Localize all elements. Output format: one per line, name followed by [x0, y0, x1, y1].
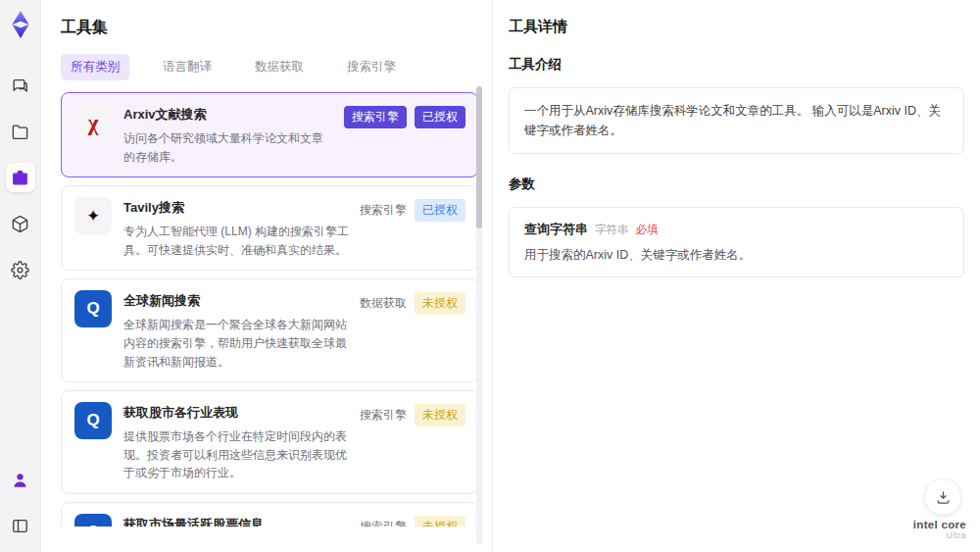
tool-name: Tavily搜索	[123, 199, 350, 217]
tool-icon-tile: Q	[74, 514, 112, 527]
q-icon: Q	[86, 299, 99, 319]
tab-4[interactable]: 搜索引擎	[337, 54, 406, 80]
tool-name: 全球新闻搜索	[123, 292, 350, 310]
tool-desc: 提供股票市场各个行业在特定时间段内的表现。投资者可以利用这些信息来识别表现优于或…	[123, 427, 350, 482]
category-badge: 搜索引擎	[360, 199, 407, 222]
q-icon: Q	[86, 411, 99, 430]
tool-card[interactable]: Q获取股市各行业表现提供股票市场各个行业在特定时间段内的表现。投资者可以利用这些…	[61, 390, 478, 494]
category-badge: 数据获取	[360, 292, 407, 315]
intro-heading: 工具介绍	[509, 56, 964, 74]
q-icon: Q	[86, 523, 99, 527]
category-badge: 搜索引擎	[360, 404, 407, 427]
download-icon	[935, 489, 952, 506]
tool-badges: 数据获取未授权	[360, 290, 466, 371]
param-name: 查询字符串	[524, 221, 588, 238]
scrollbar-thumb[interactable]	[476, 86, 482, 228]
tool-card[interactable]: Q全球新闻搜索全球新闻搜索是一个聚合全球各大新闻网站内容的搜索引擎，帮助用户快速…	[61, 278, 478, 382]
auth-status-badge: 已授权	[415, 106, 466, 128]
tavily-icon: ✦	[86, 208, 100, 225]
folder-icon[interactable]	[6, 117, 35, 146]
auth-status-badge: 未授权	[415, 292, 466, 315]
tool-icon-tile: χ	[74, 104, 112, 141]
tool-icon-tile: Q	[74, 402, 112, 439]
param-required-badge: 必填	[636, 223, 659, 237]
tool-card-main: Tavily搜索专为人工智能代理 (LLM) 构建的搜索引擎工具。可快速提供实时…	[123, 197, 350, 259]
scrollbar[interactable]	[476, 86, 482, 544]
tool-badges: 搜索引擎已授权	[344, 104, 466, 166]
app-window: 工具集 所有类别语言翻译数据获取搜索引擎 χArxiv文献搜索访问各个研究领域大…	[0, 0, 980, 552]
arxiv-icon: χ	[88, 112, 99, 134]
tool-list: χArxiv文献搜索访问各个研究领域大量科学论文和文章的存储库。搜索引擎已授权✦…	[61, 92, 484, 527]
chat-icon[interactable]	[6, 71, 35, 100]
tool-badges: 搜索引擎已授权	[360, 197, 466, 259]
toolbox-icon[interactable]	[6, 163, 35, 192]
tool-badges: 搜索引擎未授权	[360, 402, 466, 482]
auth-status-badge: 已授权	[415, 199, 466, 222]
tool-card[interactable]: ✦Tavily搜索专为人工智能代理 (LLM) 构建的搜索引擎工具。可快速提供实…	[61, 185, 478, 271]
tool-icon-tile: Q	[74, 290, 112, 327]
intel-core-logo: intel core Ultra	[913, 519, 966, 540]
tool-desc: 全球新闻搜索是一个聚合全球各大新闻网站内容的搜索引擎，帮助用户快速获取全球最新资…	[123, 316, 350, 371]
tab-3[interactable]: 数据获取	[245, 54, 314, 80]
param-type: 字符串	[595, 223, 629, 237]
tool-list-panel: 工具集 所有类别语言翻译数据获取搜索引擎 χArxiv文献搜索访问各个研究领域大…	[41, 0, 492, 552]
page-title: 工具集	[61, 18, 484, 38]
settings-icon[interactable]	[6, 255, 35, 284]
icon-rail	[0, 0, 41, 552]
download-button[interactable]	[925, 479, 960, 515]
tool-desc: 访问各个研究领域大量科学论文和文章的存储库。	[123, 129, 334, 166]
intel-ultra-text: Ultra	[913, 531, 966, 540]
tool-name: 获取股市各行业表现	[123, 404, 350, 422]
tab-1[interactable]: 所有类别	[61, 54, 129, 80]
tool-card[interactable]: χArxiv文献搜索访问各个研究领域大量科学论文和文章的存储库。搜索引擎已授权	[61, 92, 478, 177]
tab-2[interactable]: 语言翻译	[153, 54, 221, 80]
cube-icon[interactable]	[6, 209, 35, 238]
auth-status-badge: 未授权	[415, 516, 466, 527]
tool-name: 获取市场最活跃股票信息	[123, 516, 350, 527]
intro-text: 一个用于从Arxiv存储库搜索科学论文和文章的工具。 输入可以是Arxiv ID…	[524, 101, 949, 140]
tool-name: Arxiv文献搜索	[123, 106, 334, 124]
tool-badges: 搜索引擎未授权	[360, 514, 466, 527]
tool-desc: 专为人工智能代理 (LLM) 构建的搜索引擎工具。可快速提供实时、准确和真实的结…	[123, 223, 350, 259]
tool-icon-tile: ✦	[74, 197, 112, 234]
category-badge: 搜索引擎	[344, 106, 407, 128]
params-heading: 参数	[509, 176, 964, 193]
tool-detail-panel: 工具详情 工具介绍 一个用于从Arxiv存储库搜索科学论文和文章的工具。 输入可…	[492, 0, 980, 552]
tool-card-main: 全球新闻搜索全球新闻搜索是一个聚合全球各大新闻网站内容的搜索引擎，帮助用户快速获…	[123, 290, 350, 371]
category-tabs: 所有类别语言翻译数据获取搜索引擎	[61, 54, 484, 80]
tool-card-main: Arxiv文献搜索访问各个研究领域大量科学论文和文章的存储库。	[123, 104, 334, 166]
app-logo-icon	[8, 10, 33, 39]
intel-core-text: intel core	[913, 519, 966, 531]
panel-toggle-icon[interactable]	[6, 511, 35, 540]
auth-status-badge: 未授权	[415, 404, 466, 427]
param-header: 查询字符串 字符串 必填	[524, 221, 949, 238]
tool-card-main: 获取股市各行业表现提供股票市场各个行业在特定时间段内的表现。投资者可以利用这些信…	[123, 402, 350, 482]
detail-title: 工具详情	[509, 18, 964, 36]
tool-card-main: 获取市场最活跃股票信息提供当天交易量最高的股票列表，投资者可以利用这些信息来识别…	[123, 514, 350, 527]
category-badge: 搜索引擎	[360, 516, 407, 527]
intro-card: 一个用于从Arxiv存储库搜索科学论文和文章的工具。 输入可以是Arxiv ID…	[509, 87, 964, 154]
param-card: 查询字符串 字符串 必填 用于搜索的Arxiv ID、关键字或作者姓名。	[509, 207, 964, 277]
tool-card[interactable]: Q获取市场最活跃股票信息提供当天交易量最高的股票列表，投资者可以利用这些信息来识…	[61, 502, 478, 527]
avatar-icon[interactable]	[6, 465, 35, 494]
param-desc: 用于搜索的Arxiv ID、关键字或作者姓名。	[524, 247, 949, 264]
